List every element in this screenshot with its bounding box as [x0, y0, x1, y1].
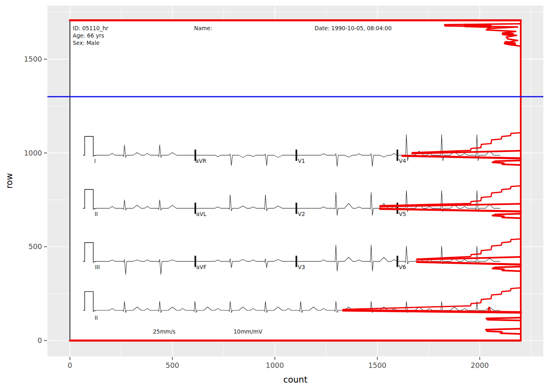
lead-label: aVR [195, 158, 206, 164]
y-axis-title: row [4, 173, 14, 189]
ecg-gain-label: 10mm/mV [234, 328, 263, 335]
red-trace-polyline [506, 43, 514, 44]
x-tick-label: 500 [165, 361, 179, 370]
y-tick-label: 500 [29, 243, 42, 251]
lead-label: aVF [196, 264, 206, 270]
ecg-header-name: Name: [194, 25, 212, 31]
lead-label: V5 [399, 211, 406, 217]
y-tick-label: 0 [38, 336, 42, 345]
x-axis-title: count [283, 375, 307, 385]
ecg-extraction-plot: IaVRV1V4IIaVLV2V5IIIaVFV3V6II 0500100015… [0, 0, 549, 392]
lead-label: III [95, 264, 100, 270]
ecg-image-frame [70, 20, 521, 341]
x-tick-label: 1500 [368, 361, 386, 370]
lead-label: V4 [399, 158, 406, 164]
lead-label: V2 [298, 211, 305, 217]
red-trace-polyline [465, 25, 490, 26]
lead-label: V6 [399, 264, 406, 270]
ecg-header-sex: Sex: Male [73, 40, 99, 46]
lead-label: V1 [298, 158, 305, 164]
x-tick-label: 1000 [266, 361, 284, 370]
lead-label: II [94, 211, 98, 217]
ecg-header-id: ID: 05110_hr [73, 25, 108, 31]
y-tick-label: 1000 [24, 149, 42, 157]
lead-label: V3 [298, 264, 305, 270]
ecg-speed-label: 25mm/s [153, 328, 175, 335]
ecg-extraction-figure: IaVRV1V4IIaVLV2V5IIIaVFV3V6II 0500100015… [0, 0, 549, 392]
lead-label: II [94, 314, 98, 321]
ecg-image-border [70, 20, 521, 341]
ecg-header-age: Age: 66 yrs [73, 32, 104, 39]
lead-label: I [94, 158, 96, 164]
ecg-header-date: Date: 1990-10-05, 08:04:00 [315, 25, 392, 31]
x-tick-label: 0 [68, 361, 72, 370]
x-tick-label: 2000 [471, 361, 489, 370]
red-trace-polyline [503, 33, 513, 34]
lead-label: aVL [196, 211, 207, 217]
y-tick-label: 1500 [24, 55, 42, 63]
